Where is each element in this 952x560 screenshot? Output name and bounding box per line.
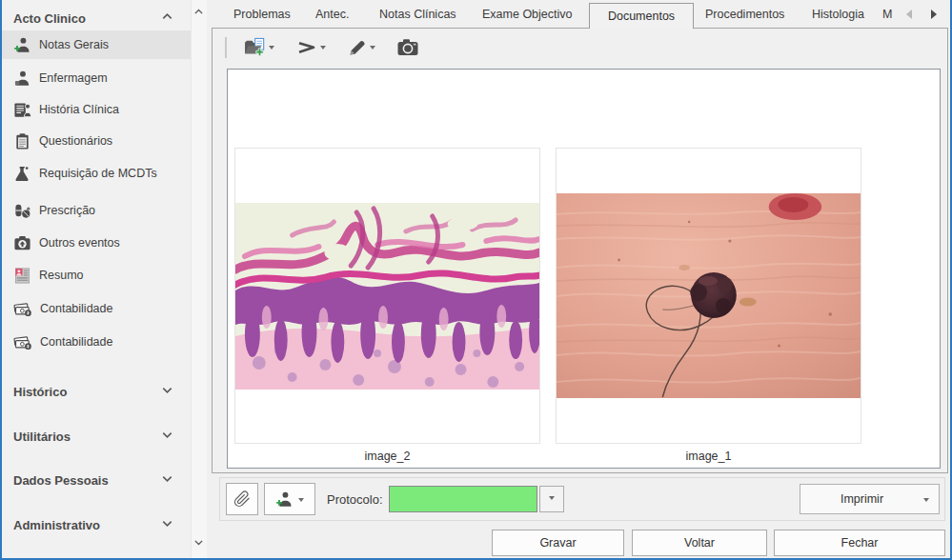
sidebar-section-historico[interactable]: Histórico <box>2 379 191 404</box>
document-thumbnail-image2[interactable] <box>234 148 540 444</box>
print-button[interactable]: Imprimir <box>800 484 940 514</box>
tab-problemas[interactable]: Problemas <box>233 8 291 21</box>
document-thumbnail-image1[interactable] <box>556 148 861 444</box>
sidebar-item-label: Notas Gerais <box>39 38 109 51</box>
stamp-user-button[interactable] <box>264 483 315 515</box>
sidebar-item-label: Enfermagem <box>39 71 108 85</box>
sidebar-item-label: Prescrição <box>39 204 95 217</box>
sidebar-item-contabilidade-2[interactable]: Contabilidade <box>2 328 191 356</box>
sidebar-section-label: Dados Pessoais <box>13 473 109 488</box>
attach-file-button[interactable] <box>226 483 258 515</box>
clinical-app-window: Acto Clinico Notas Gerais Enfermagem His… <box>0 0 952 560</box>
pencil-icon <box>348 38 367 57</box>
tab-strip: Problemas Antec. Notas Clínicas Exame Ob… <box>212 0 950 28</box>
sidebar-item-requisicao-mcdts[interactable]: Requisição de MCDTs <box>2 159 191 188</box>
sidebar-item-label: Resumo <box>39 269 84 282</box>
sidebar-item-label: História Clínica <box>39 103 119 116</box>
sidebar-item-contabilidade-1[interactable]: Contabilidade <box>2 294 191 323</box>
sidebar-item-resumo[interactable]: Resumo <box>2 261 191 290</box>
sidebar-section-acto-clinico[interactable]: Acto Clinico <box>2 6 191 30</box>
sidebar-item-label: Requisição de MCDTs <box>39 167 157 180</box>
sidebar-nav: Acto Clinico Notas Gerais Enfermagem His… <box>2 0 191 558</box>
chevron-down-icon <box>160 428 174 445</box>
dropdown-caret-icon <box>320 46 326 52</box>
tab-exame-objectivo[interactable]: Exame Objectivo <box>482 8 572 21</box>
toolbar-grip[interactable] <box>225 37 227 58</box>
sidebar-item-label: Contabilidade <box>40 302 112 315</box>
sidebar-scrollbar[interactable] <box>191 0 207 558</box>
pills-icon <box>13 202 31 220</box>
sidebar-section-dados-pessoais[interactable]: Dados Pessoais <box>2 468 191 492</box>
scanner-icon <box>296 38 317 57</box>
chevron-up-icon <box>160 10 174 27</box>
take-photo-button[interactable] <box>393 34 423 60</box>
histology-slide-image <box>235 203 539 390</box>
sidebar-section-label: Acto Clinico <box>13 11 86 26</box>
chevron-down-icon <box>160 516 174 533</box>
back-button[interactable]: Voltar <box>632 530 767 556</box>
tab-label: Documentos <box>608 10 675 23</box>
sidebar-item-label: Outros eventos <box>39 236 120 250</box>
add-document-icon <box>244 37 266 57</box>
documents-toolbar <box>213 30 952 65</box>
history-doc-icon <box>13 101 31 119</box>
dropdown-caret-icon <box>298 498 304 505</box>
protocol-bar: Protocolo: Imprimir <box>219 477 945 521</box>
tab-procedimentos[interactable]: Procedimentos <box>705 8 784 21</box>
sidebar-item-historia-clinica[interactable]: História Clínica <box>2 95 191 124</box>
scan-button[interactable] <box>292 34 331 61</box>
camera-upload-icon <box>13 234 31 252</box>
sidebar-item-label: Contabilidade <box>40 335 112 349</box>
sidebar-section-label: Histórico <box>13 385 67 399</box>
money-icon <box>13 300 32 318</box>
tab-antec[interactable]: Antec. <box>315 8 349 21</box>
nurse-icon <box>13 70 31 88</box>
dropdown-caret-icon <box>923 498 929 505</box>
tab-notas-clinicas[interactable]: Notas Clínicas <box>379 8 456 21</box>
sidebar-item-outros-eventos[interactable]: Outros eventos <box>2 229 191 257</box>
flask-icon <box>13 165 31 183</box>
tab-scroll-right-icon[interactable] <box>931 10 937 19</box>
person-add-icon <box>13 36 31 54</box>
close-button[interactable]: Fechar <box>774 530 945 556</box>
sidebar-section-utilitarios[interactable]: Utilitários <box>2 424 191 449</box>
dropdown-caret-icon <box>370 46 375 52</box>
scroll-up-icon[interactable] <box>192 5 205 22</box>
sidebar-item-enfermagem[interactable]: Enfermagem <box>2 64 191 92</box>
scroll-down-icon[interactable] <box>192 535 205 552</box>
sidebar-item-questionarios[interactable]: Questionários <box>2 127 191 155</box>
sidebar-section-administrativo[interactable]: Administrativo <box>2 512 191 537</box>
chevron-down-icon <box>160 383 174 400</box>
summary-doc-icon <box>13 267 31 285</box>
sidebar-item-prescricao[interactable]: Prescrição <box>2 196 191 225</box>
tab-scroll-left-icon[interactable] <box>906 10 912 19</box>
print-button-label: Imprimir <box>800 492 923 506</box>
dropdown-caret-icon <box>269 46 274 52</box>
person-add-icon <box>275 490 294 509</box>
sidebar-section-label: Administrativo <box>13 518 100 532</box>
close-button-label: Fechar <box>841 536 879 550</box>
document-label: image_2 <box>234 450 540 463</box>
protocol-label: Protocolo: <box>327 492 383 507</box>
sidebar-item-notas-gerais[interactable]: Notas Gerais <box>2 30 191 59</box>
save-button[interactable]: Gravar <box>492 530 624 556</box>
save-button-label: Gravar <box>539 536 576 550</box>
tab-documentos-active[interactable]: Documentos <box>589 3 694 29</box>
annotate-button[interactable] <box>343 34 380 61</box>
tab-histologia[interactable]: Histologia <box>812 8 864 21</box>
protocol-dropdown-button[interactable] <box>539 486 564 512</box>
document-label: image_1 <box>556 450 861 463</box>
camera-icon <box>397 38 418 56</box>
tab-truncated[interactable]: M <box>882 8 894 21</box>
clipboard-icon <box>13 132 31 150</box>
documents-content-panel: image_2 <box>227 69 941 469</box>
protocol-field[interactable] <box>389 486 537 512</box>
sidebar-section-label: Utilitários <box>13 430 71 444</box>
sidebar-item-label: Questionários <box>39 134 112 148</box>
paperclip-icon <box>233 490 251 508</box>
back-button-label: Voltar <box>684 536 715 550</box>
add-document-button[interactable] <box>239 33 279 61</box>
skin-mole-image <box>557 193 861 398</box>
chevron-down-icon <box>160 471 174 489</box>
dropdown-caret-icon <box>549 496 555 503</box>
